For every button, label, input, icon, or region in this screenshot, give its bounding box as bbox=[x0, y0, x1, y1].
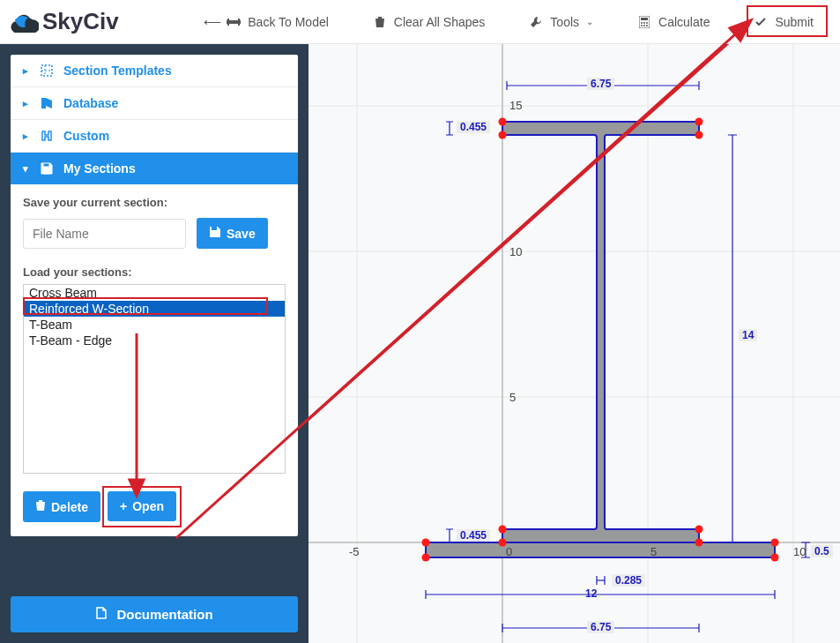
plus-icon: + bbox=[120, 499, 127, 513]
save-button-label: Save bbox=[227, 227, 256, 241]
logo: SkyCiv bbox=[9, 8, 119, 35]
custom-label: Custom bbox=[63, 129, 109, 143]
svg-point-5 bbox=[641, 22, 643, 24]
templates-icon bbox=[39, 64, 55, 78]
calculator-icon bbox=[637, 16, 651, 28]
svg-point-31 bbox=[422, 554, 430, 562]
delete-button[interactable]: Delete bbox=[23, 491, 100, 522]
calculate-button[interactable]: Calculate bbox=[628, 10, 718, 34]
y-tick: 5 bbox=[509, 391, 516, 404]
svg-point-23 bbox=[499, 118, 507, 126]
dim-bot-inner: 12 bbox=[582, 587, 600, 600]
svg-point-7 bbox=[646, 22, 648, 24]
section-list[interactable]: Cross Beam Reinforced W-Section T-Beam T… bbox=[23, 284, 286, 474]
documentation-button[interactable]: Documentation bbox=[11, 596, 298, 632]
database-icon bbox=[39, 96, 55, 110]
svg-point-29 bbox=[422, 539, 430, 547]
dim-plate-thk: 0.5 bbox=[811, 545, 833, 557]
list-item[interactable]: T-Beam - Edge bbox=[24, 333, 285, 348]
y-tick: 15 bbox=[509, 99, 522, 112]
my-sections-label: My Sections bbox=[63, 161, 136, 176]
tools-button[interactable]: Tools ⌄ bbox=[520, 10, 602, 34]
y-tick: 10 bbox=[509, 245, 522, 258]
check-icon bbox=[754, 16, 768, 28]
svg-point-26 bbox=[695, 131, 703, 139]
canvas[interactable]: -5 0 5 10 5 10 15 6.75 0.455 0.455 14 0.… bbox=[308, 44, 840, 643]
my-sections-header[interactable]: ▾ My Sections bbox=[11, 153, 298, 184]
x-tick: 10 bbox=[793, 545, 806, 558]
back-to-model-label: Back To Model bbox=[248, 15, 329, 29]
svg-point-28 bbox=[695, 526, 703, 534]
doc-icon bbox=[95, 607, 108, 622]
svg-point-24 bbox=[695, 118, 703, 126]
wrench-icon bbox=[529, 16, 543, 28]
dim-bot-flange: 0.455 bbox=[457, 529, 490, 542]
x-tick: -5 bbox=[349, 545, 360, 558]
chevron-down-icon: ⌄ bbox=[586, 17, 593, 26]
my-sections-body: Save your current section: Save Load you… bbox=[11, 184, 298, 536]
dim-height: 14 bbox=[739, 329, 757, 341]
filename-input[interactable] bbox=[23, 219, 186, 249]
caret-down-icon: ▾ bbox=[23, 163, 30, 175]
clear-shapes-label: Clear All Shapes bbox=[394, 15, 486, 29]
caret-right-icon: ▸ bbox=[23, 98, 30, 109]
svg-rect-22 bbox=[426, 542, 775, 557]
list-item[interactable]: T-Beam bbox=[24, 317, 285, 333]
section-templates-header[interactable]: ▸ Section Templates bbox=[11, 55, 298, 87]
dim-top-flange: 0.455 bbox=[457, 121, 490, 133]
accordion: ▸ Section Templates ▸ Database ▸ Custom … bbox=[11, 55, 298, 536]
x-tick: 0 bbox=[506, 545, 512, 558]
main: ▸ Section Templates ▸ Database ▸ Custom … bbox=[0, 44, 840, 643]
database-header[interactable]: ▸ Database bbox=[11, 87, 298, 120]
open-button-label: Open bbox=[132, 499, 164, 513]
custom-icon bbox=[39, 129, 55, 143]
logo-icon bbox=[9, 11, 39, 34]
trash-icon bbox=[35, 499, 46, 514]
top-menu: ⟵ Back To Model Clear All Shapes Tools ⌄… bbox=[197, 10, 831, 34]
svg-rect-4 bbox=[641, 18, 648, 20]
calculate-label: Calculate bbox=[658, 15, 710, 29]
svg-point-25 bbox=[499, 131, 507, 139]
delete-button-label: Delete bbox=[51, 500, 88, 514]
back-arrow-icon: ⟵ bbox=[205, 16, 219, 28]
app-name: SkyCiv bbox=[42, 8, 119, 35]
save-disk-icon bbox=[39, 161, 55, 176]
caret-right-icon: ▸ bbox=[23, 131, 30, 142]
load-sections-label: Load your sections: bbox=[23, 265, 132, 279]
save-section-label: Save your current section: bbox=[23, 196, 167, 209]
dim-top-width: 6.75 bbox=[587, 78, 614, 90]
tools-label: Tools bbox=[550, 15, 579, 29]
plot bbox=[308, 44, 840, 643]
documentation-label: Documentation bbox=[116, 607, 212, 622]
svg-rect-2 bbox=[238, 19, 240, 26]
svg-point-34 bbox=[695, 539, 703, 547]
svg-point-32 bbox=[771, 554, 779, 562]
clear-shapes-button[interactable]: Clear All Shapes bbox=[364, 10, 494, 34]
dim-web: 0.285 bbox=[612, 574, 645, 587]
save-button[interactable]: Save bbox=[197, 218, 268, 249]
open-button[interactable]: + Open bbox=[108, 491, 176, 521]
svg-point-10 bbox=[646, 25, 648, 26]
sidebar: ▸ Section Templates ▸ Database ▸ Custom … bbox=[0, 44, 308, 643]
svg-rect-1 bbox=[227, 19, 229, 26]
topbar: SkyCiv ⟵ Back To Model Clear All Shapes … bbox=[0, 0, 840, 44]
submit-button[interactable]: Submit bbox=[745, 10, 822, 34]
model-icon bbox=[227, 16, 241, 28]
save-disk-icon bbox=[209, 226, 221, 241]
trash-icon bbox=[373, 16, 387, 28]
svg-line-47 bbox=[308, 44, 745, 538]
svg-point-8 bbox=[641, 25, 643, 26]
svg-point-30 bbox=[771, 539, 779, 547]
submit-label: Submit bbox=[775, 15, 814, 29]
svg-point-6 bbox=[643, 22, 645, 24]
custom-header[interactable]: ▸ Custom bbox=[11, 120, 298, 153]
list-item[interactable]: Reinforced W-Section bbox=[24, 301, 285, 317]
section-templates-label: Section Templates bbox=[63, 64, 172, 78]
dim-bot-span: 6.75 bbox=[587, 621, 614, 633]
caret-right-icon: ▸ bbox=[23, 65, 30, 77]
svg-point-9 bbox=[643, 25, 645, 26]
list-item[interactable]: Cross Beam bbox=[24, 285, 285, 301]
x-tick: 5 bbox=[650, 545, 657, 558]
back-to-model-button[interactable]: ⟵ Back To Model bbox=[197, 10, 338, 34]
svg-point-27 bbox=[499, 526, 507, 534]
